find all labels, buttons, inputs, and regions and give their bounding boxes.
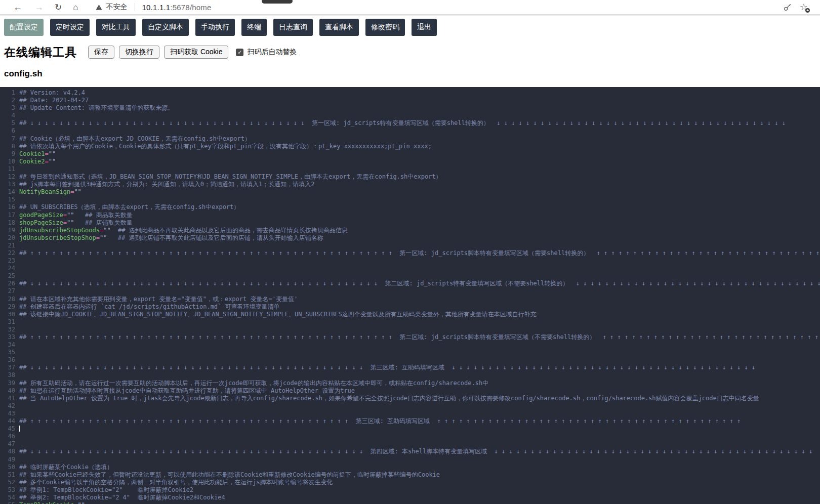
- code-text: ## 举例1: TempBlockCookie="2" 临时屏蔽掉Cookie2: [19, 486, 193, 494]
- code-line[interactable]: 6: [0, 127, 820, 135]
- toggle-wrap-button[interactable]: 切换换行: [119, 46, 159, 59]
- code-line[interactable]: 15: [0, 196, 820, 203]
- code-line[interactable]: 35: [0, 349, 820, 356]
- code-line[interactable]: 47: [0, 440, 820, 448]
- code-line[interactable]: 5## ↓ ↓ ↓ ↓ ↓ ↓ ↓ ↓ ↓ ↓ ↓ ↓ ↓ ↓ ↓ ↓ ↓ ↓ …: [0, 119, 820, 127]
- code-line[interactable]: 4: [0, 112, 820, 119]
- code-line[interactable]: 53## 举例1: TempBlockCookie="2" 临时屏蔽掉Cooki…: [0, 486, 820, 494]
- nav-item[interactable]: 查看脚本: [319, 19, 359, 36]
- nav-item[interactable]: 修改密码: [365, 19, 405, 36]
- line-number: 46: [0, 433, 19, 440]
- browser-tab-fragment[interactable]: [262, 0, 293, 4]
- code-line[interactable]: 39## 所有互助码活动，请在运行过一次需要互助的活动脚本以后，再运行一次jco…: [0, 380, 820, 387]
- line-number: 36: [0, 356, 19, 364]
- line-number: 9: [0, 150, 19, 158]
- code-line[interactable]: 13## js脚本每日签到提供3种通知方式，分别为: 关闭通知，请填入0；简洁通…: [0, 181, 820, 188]
- security-label[interactable]: 不安全: [106, 3, 128, 12]
- code-line[interactable]: 36: [0, 356, 820, 364]
- nav-item[interactable]: 定时设定: [50, 19, 90, 36]
- code-line[interactable]: 11: [0, 165, 820, 173]
- code-line[interactable]: 18shopPageSize="" ## 店铺取关数量: [0, 219, 820, 227]
- code-line[interactable]: 49: [0, 456, 820, 464]
- nav-item[interactable]: 退出: [412, 19, 437, 36]
- code-line[interactable]: 32: [0, 326, 820, 333]
- line-number: 35: [0, 349, 19, 356]
- nav-item[interactable]: 终端: [241, 19, 267, 36]
- code-line[interactable]: 7## Cookie（必填，由脚本去export JD_COOKIE，无需在co…: [0, 135, 820, 143]
- code-line[interactable]: 21: [0, 242, 820, 249]
- code-line[interactable]: 24: [0, 265, 820, 272]
- code-line[interactable]: 30## 该链接中除JD_COOKIE、JD_BEAN_SIGN_STOP_NO…: [0, 311, 820, 318]
- code-text: Cookie2="": [19, 158, 56, 165]
- line-number: 5: [0, 119, 19, 127]
- home-icon[interactable]: ⌂: [73, 3, 78, 12]
- code-line[interactable]: 51## 如果某些Cookie已经失效了，但暂时还没法更新，可以使用此功能在不删…: [0, 471, 820, 479]
- save-button[interactable]: 保存: [88, 46, 114, 59]
- code-line[interactable]: 23: [0, 257, 820, 265]
- code-line[interactable]: 42: [0, 402, 820, 410]
- code-line[interactable]: 12## 每日签到的通知形式（选填，JD_BEAN_SIGN_STOP_NOTI…: [0, 173, 820, 181]
- code-line[interactable]: 8## 请依次填入每个用户的Cookie，Cookie的具体形式（只有pt_ke…: [0, 143, 820, 150]
- code-text: NotifyBeanSign="": [19, 188, 81, 196]
- code-line[interactable]: 25: [0, 272, 820, 280]
- code-line[interactable]: 20jdUnsubscribeStopShop="" ## 遇到此店铺不再取关此…: [0, 234, 820, 242]
- code-line[interactable]: 9Cookie1="": [0, 150, 820, 158]
- code-line[interactable]: 2## Date: 2021-04-27: [0, 97, 820, 104]
- code-line[interactable]: 43: [0, 410, 820, 417]
- code-line[interactable]: 46: [0, 433, 820, 440]
- forward-icon[interactable]: →: [34, 3, 44, 12]
- nav-item[interactable]: 日志查询: [273, 19, 313, 36]
- code-text: ## 举例2: TempBlockCookie="2 4" 临时屏蔽掉Cooki…: [19, 494, 225, 501]
- auto-replace-label[interactable]: 扫码后自动替换: [247, 48, 297, 57]
- code-line[interactable]: 41## 当 AutoHelpOther 设置为 true 时，jtask会先导…: [0, 395, 820, 402]
- scan-cookie-button[interactable]: 扫码获取 Cookie: [164, 46, 228, 59]
- code-line[interactable]: 50## 临时屏蔽某个Cookie（选填）: [0, 464, 820, 471]
- code-line[interactable]: 40## 如想在运行互助活动脚本时直接从jcode中自动获取互助码并进行互助，请…: [0, 387, 820, 395]
- code-lines: 1## Version: v4.2.42## Date: 2021-04-273…: [0, 89, 820, 504]
- password-key-icon[interactable]: [783, 3, 792, 12]
- code-line[interactable]: 3## Update Content: 调整环境变量清单的获取来源。: [0, 104, 820, 112]
- code-line[interactable]: 31: [0, 318, 820, 326]
- line-number: 10: [0, 158, 19, 165]
- line-number: 41: [0, 395, 19, 402]
- code-line[interactable]: 29## 创建容器后在容器内运行 `cat /jd/scripts/github…: [0, 303, 820, 311]
- code-line[interactable]: 48## ↓ ↓ ↓ ↓ ↓ ↓ ↓ ↓ ↓ ↓ ↓ ↓ ↓ ↓ ↓ ↓ ↓ ↓…: [0, 448, 820, 455]
- code-line[interactable]: 26## ↓ ↓ ↓ ↓ ↓ ↓ ↓ ↓ ↓ ↓ ↓ ↓ ↓ ↓ ↓ ↓ ↓ ↓…: [0, 280, 820, 287]
- warning-icon[interactable]: [96, 4, 102, 11]
- address-separator: [135, 3, 135, 11]
- code-line[interactable]: 28## 请在本区域补充其他你需要用到变量，export 变量名="变量值"，或…: [0, 296, 820, 303]
- auto-replace-checkbox[interactable]: ✓: [236, 49, 243, 56]
- code-line[interactable]: 52## 多个Cookie编号以半角的空格分隔，两侧一对半角双引号，使用此功能后…: [0, 479, 820, 486]
- address-bar[interactable]: 不安全 10.1.1.1:5678/home: [96, 3, 212, 12]
- favorite-star-icon[interactable]: ☆ +: [800, 3, 808, 12]
- code-line[interactable]: 38: [0, 371, 820, 379]
- code-text: jdUnsubscribeStopShop="" ## 遇到此店铺不再取关此店铺…: [19, 234, 323, 242]
- refresh-icon[interactable]: ↻: [55, 3, 62, 12]
- url-text[interactable]: 10.1.1.1:5678/home: [142, 3, 212, 12]
- code-line[interactable]: 45: [0, 425, 820, 433]
- line-number: 40: [0, 387, 19, 395]
- code-line[interactable]: 17goodPageSize="" ## 商品取关数量: [0, 212, 820, 219]
- code-line[interactable]: 19jdUnsubscribeStopGoods="" ## 遇到此商品不再取关…: [0, 227, 820, 234]
- code-line[interactable]: 44## ↑ ↑ ↑ ↑ ↑ ↑ ↑ ↑ ↑ ↑ ↑ ↑ ↑ ↑ ↑ ↑ ↑ ↑…: [0, 417, 820, 425]
- code-line[interactable]: 37## ↓ ↓ ↓ ↓ ↓ ↓ ↓ ↓ ↓ ↓ ↓ ↓ ↓ ↓ ↓ ↓ ↓ ↓…: [0, 364, 820, 371]
- nav-item[interactable]: 配置设定: [4, 19, 44, 36]
- code-editor[interactable]: 1## Version: v4.2.42## Date: 2021-04-273…: [0, 87, 820, 504]
- nav-item[interactable]: 自定义脚本: [142, 19, 189, 36]
- code-line[interactable]: 16## UN_SUBSCRIBES（选填，由脚本去export，无需在conf…: [0, 203, 820, 211]
- nav-item[interactable]: 对比工具: [96, 19, 136, 36]
- code-line[interactable]: 54## 举例2: TempBlockCookie="2 4" 临时屏蔽掉Coo…: [0, 494, 820, 501]
- code-line[interactable]: 22## ↑ ↑ ↑ ↑ ↑ ↑ ↑ ↑ ↑ ↑ ↑ ↑ ↑ ↑ ↑ ↑ ↑ ↑…: [0, 249, 820, 257]
- nav-item[interactable]: 手动执行: [195, 19, 235, 36]
- code-line[interactable]: 33## ↑ ↑ ↑ ↑ ↑ ↑ ↑ ↑ ↑ ↑ ↑ ↑ ↑ ↑ ↑ ↑ ↑ ↑…: [0, 333, 820, 341]
- code-line[interactable]: 1## Version: v4.2.4: [0, 89, 820, 97]
- code-line[interactable]: 55TempBlockCookie="": [0, 501, 820, 504]
- line-number: 29: [0, 303, 19, 311]
- code-line[interactable]: 14NotifyBeanSign="": [0, 188, 820, 196]
- code-line[interactable]: 27: [0, 287, 820, 295]
- code-line[interactable]: 34: [0, 341, 820, 349]
- back-icon[interactable]: ←: [13, 3, 22, 12]
- code-text: ## UN_SUBSCRIBES（选填，由脚本去export，无需在config…: [19, 203, 239, 211]
- code-line[interactable]: 10Cookie2="": [0, 158, 820, 165]
- code-text: ## 临时屏蔽某个Cookie（选填）: [19, 464, 113, 471]
